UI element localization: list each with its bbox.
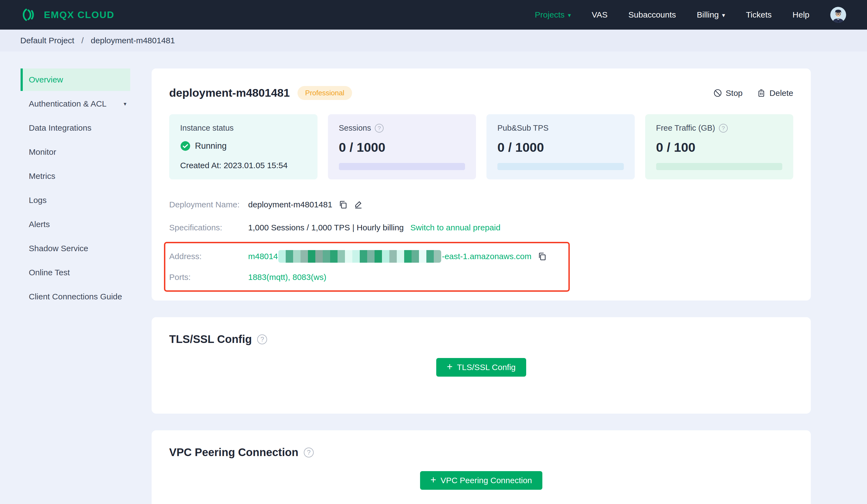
- traffic-progress-bar: [656, 163, 783, 170]
- copy-icon: [338, 200, 348, 209]
- stop-button[interactable]: Stop: [713, 88, 743, 98]
- deployment-name-value: deployment-m4801481: [248, 200, 332, 209]
- instance-status-label: Instance status: [180, 123, 234, 133]
- sidebar-item-label: Overview: [29, 75, 63, 84]
- help-icon[interactable]: ?: [257, 335, 267, 344]
- avatar-illustration-icon: [830, 7, 846, 23]
- tls-ssl-config-card: TLS/SSL Config ? + TLS/SSL Config: [152, 317, 811, 414]
- breadcrumb-current: deployment-m4801481: [91, 36, 175, 45]
- sidebar-item-overview[interactable]: Overview: [21, 68, 130, 91]
- chevron-down-icon: ▾: [124, 100, 126, 107]
- nav-vas[interactable]: VAS: [592, 10, 608, 20]
- address-row: Address: m48014 -east-1.amazonaws.com: [169, 246, 568, 267]
- nav-subaccounts[interactable]: Subaccounts: [629, 10, 676, 20]
- emqx-cloud-logo[interactable]: EMQX CLOUD: [21, 6, 114, 23]
- overview-card: deployment-m4801481 Professional Stop: [152, 68, 811, 300]
- annotation-highlight-box: Address: m48014 -east-1.amazonaws.com: [164, 242, 570, 292]
- add-vpc-peering-label: VPC Peering Connection: [441, 476, 532, 485]
- stop-icon: [713, 88, 722, 98]
- chevron-down-icon: ▾: [722, 12, 725, 18]
- add-tls-ssl-config-label: TLS/SSL Config: [457, 363, 516, 372]
- sidebar-item-label: Shadow Service: [29, 244, 88, 253]
- deployment-name-row: Deployment Name: deployment-m4801481: [169, 193, 793, 216]
- copy-icon: [537, 252, 547, 261]
- instance-status-card: Instance status Running Created At: 2023…: [169, 114, 318, 179]
- add-vpc-peering-button[interactable]: + VPC Peering Connection: [420, 471, 543, 490]
- sidebar-item-label: Online Test: [29, 268, 70, 277]
- ports-label: Ports:: [169, 273, 248, 282]
- vpc-peering-title: VPC Peering Connection: [169, 446, 298, 459]
- help-icon[interactable]: ?: [375, 124, 384, 133]
- trash-icon: [757, 88, 766, 98]
- main-content: deployment-m4801481 Professional Stop: [152, 52, 867, 504]
- top-navbar: EMQX CLOUD Projects ▾ VAS Subaccounts Bi…: [0, 0, 867, 30]
- sidebar-item-label: Alerts: [29, 220, 50, 229]
- pubsub-tps-card: Pub&Sub TPS 0 / 1000: [486, 114, 635, 179]
- specifications-label: Specifications:: [169, 223, 248, 232]
- address-redacted: [278, 250, 441, 263]
- plus-icon: +: [447, 362, 452, 372]
- address-suffix: -east-1.amazonaws.com: [442, 252, 532, 261]
- tps-value: 0 / 1000: [497, 140, 624, 155]
- address-prefix: m48014: [248, 252, 278, 261]
- chevron-down-icon: ▾: [568, 12, 571, 18]
- delete-button[interactable]: Delete: [757, 88, 793, 98]
- vpc-peering-card: VPC Peering Connection ? + VPC Peering C…: [152, 430, 811, 504]
- help-icon[interactable]: ?: [304, 448, 314, 458]
- help-icon[interactable]: ?: [719, 124, 728, 133]
- copy-address-button[interactable]: [537, 252, 547, 261]
- tps-progress-bar: [497, 163, 624, 170]
- sidebar-item-online-test[interactable]: Online Test: [21, 261, 130, 284]
- sidebar-item-label: Logs: [29, 196, 46, 205]
- tls-ssl-title: TLS/SSL Config: [169, 333, 252, 346]
- add-tls-ssl-config-button[interactable]: + TLS/SSL Config: [436, 358, 526, 377]
- sidebar-item-authentication-acl[interactable]: Authentication & ACL ▾: [21, 92, 130, 115]
- check-circle-icon: [180, 141, 191, 151]
- sidebar-item-shadow-service[interactable]: Shadow Service: [21, 237, 130, 260]
- nav-billing[interactable]: Billing ▾: [697, 10, 725, 20]
- free-traffic-card: Free Traffic (GB) ? 0 / 100: [645, 114, 793, 179]
- sidebar-item-metrics[interactable]: Metrics: [21, 165, 130, 187]
- stop-label: Stop: [726, 88, 743, 98]
- emqx-logo-icon: [21, 6, 38, 23]
- sessions-label: Sessions: [339, 123, 371, 133]
- nav-subaccounts-label: Subaccounts: [629, 10, 676, 20]
- address-label: Address:: [169, 252, 248, 261]
- nav-vas-label: VAS: [592, 10, 608, 20]
- ports-row: Ports: 1883(mqtt), 8083(ws): [169, 267, 568, 288]
- breadcrumb-project[interactable]: Default Project: [20, 36, 74, 45]
- sidebar-item-logs[interactable]: Logs: [21, 189, 130, 211]
- copy-deployment-name-button[interactable]: [338, 200, 348, 209]
- nav-help[interactable]: Help: [792, 10, 810, 20]
- traffic-label: Free Traffic (GB): [656, 123, 715, 133]
- sidebar-item-monitor[interactable]: Monitor: [21, 141, 130, 163]
- nav-billing-label: Billing: [697, 10, 719, 20]
- plus-icon: +: [430, 475, 436, 485]
- nav-help-label: Help: [792, 10, 810, 20]
- brand-name: EMQX CLOUD: [44, 9, 114, 20]
- sidebar-item-label: Metrics: [29, 172, 55, 181]
- sidebar-item-client-connections-guide[interactable]: Client Connections Guide: [21, 285, 130, 308]
- switch-annual-prepaid-link[interactable]: Switch to annual prepaid: [410, 223, 501, 232]
- deployment-name-label: Deployment Name:: [169, 200, 248, 209]
- nav-tickets-label: Tickets: [746, 10, 772, 20]
- sidebar-item-label: Client Connections Guide: [29, 292, 122, 301]
- status-running-text: Running: [195, 141, 226, 151]
- deployment-title: deployment-m4801481: [169, 87, 290, 99]
- sidebar-item-data-integrations[interactable]: Data Integrations: [21, 117, 130, 139]
- sessions-value: 0 / 1000: [339, 140, 465, 155]
- nav-tickets[interactable]: Tickets: [746, 10, 772, 20]
- delete-label: Delete: [769, 88, 793, 98]
- specifications-row: Specifications: 1,000 Sessions / 1,000 T…: [169, 216, 793, 239]
- sessions-card: Sessions ? 0 / 1000: [328, 114, 476, 179]
- ports-value: 1883(mqtt), 8083(ws): [248, 273, 326, 282]
- plan-badge: Professional: [298, 86, 352, 100]
- nav-projects[interactable]: Projects ▾: [535, 10, 571, 20]
- breadcrumb: Default Project / deployment-m4801481: [0, 30, 867, 52]
- sidebar: Overview Authentication & ACL ▾ Data Int…: [0, 52, 152, 504]
- user-avatar[interactable]: [830, 7, 846, 23]
- tps-label: Pub&Sub TPS: [497, 123, 548, 133]
- created-at-text: Created At: 2023.01.05 15:54: [180, 161, 307, 170]
- edit-deployment-name-button[interactable]: [354, 200, 363, 209]
- sidebar-item-alerts[interactable]: Alerts: [21, 213, 130, 235]
